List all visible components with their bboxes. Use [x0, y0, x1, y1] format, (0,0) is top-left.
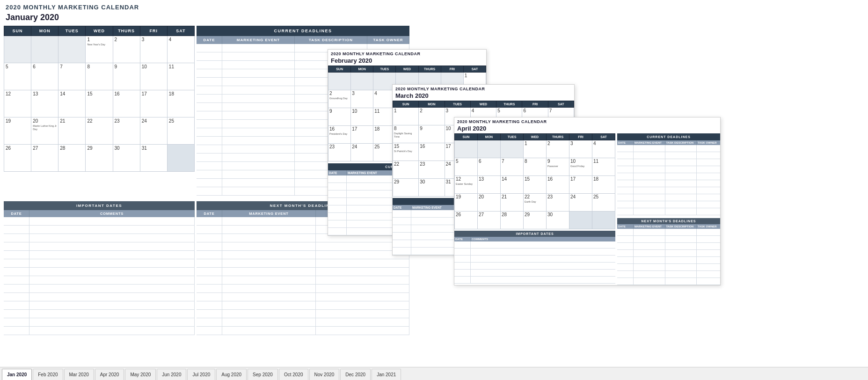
calendar-cell[interactable]: 13 [478, 176, 501, 194]
sheet-tab[interactable]: Oct 2020 [279, 369, 308, 380]
table-row[interactable] [4, 226, 195, 234]
table-row[interactable] [617, 236, 720, 243]
calendar-cell[interactable]: 30 [547, 212, 569, 229]
calendar-cell[interactable]: 16President's Day [328, 126, 351, 144]
calendar-cell[interactable] [4, 36, 31, 63]
table-row[interactable] [617, 166, 720, 173]
table-row[interactable] [4, 242, 195, 251]
calendar-cell[interactable] [592, 212, 615, 229]
calendar-cell[interactable]: 28 [58, 145, 86, 172]
table-row[interactable] [4, 268, 195, 276]
calendar-cell[interactable]: 3 [569, 140, 592, 158]
sheet-tab[interactable]: May 2020 [125, 369, 156, 380]
calendar-cell[interactable]: 26 [4, 145, 31, 172]
calendar-cell[interactable]: 1 [524, 140, 547, 158]
calendar-cell[interactable]: 26 [455, 212, 478, 229]
calendar-cell[interactable]: 9 [113, 63, 140, 90]
calendar-cell[interactable]: 20Martin Luther King Jr Day [31, 117, 58, 145]
calendar-cell[interactable]: 19 [455, 194, 478, 212]
table-row[interactable] [4, 293, 195, 301]
sheet-tab[interactable]: Jul 2020 [187, 369, 215, 380]
calendar-cell[interactable]: 5 [4, 63, 31, 90]
table-row[interactable] [4, 301, 195, 310]
calendar-cell[interactable]: 14 [501, 176, 524, 194]
calendar-cell[interactable]: 6 [31, 63, 58, 90]
calendar-cell[interactable] [58, 36, 86, 63]
calendar-cell[interactable]: 29 [393, 179, 419, 197]
table-row[interactable] [197, 251, 409, 259]
table-row[interactable] [617, 229, 720, 236]
sheet-tab[interactable]: Jan 2020 [2, 369, 32, 380]
calendar-cell[interactable]: 2 [547, 140, 569, 158]
calendar-cell[interactable]: 11 [592, 158, 615, 176]
calendar-cell[interactable]: 15St Patrick's Day [393, 143, 419, 161]
calendar-cell[interactable]: 16 [547, 176, 569, 194]
calendar-cell[interactable]: 23 [547, 194, 569, 212]
calendar-cell[interactable]: 28 [501, 212, 524, 229]
table-row[interactable] [197, 327, 409, 335]
calendar-cell[interactable]: 19 [4, 117, 31, 145]
calendar-cell[interactable]: 27 [478, 212, 501, 229]
table-row[interactable] [617, 152, 720, 159]
table-row[interactable] [617, 243, 720, 250]
calendar-cell[interactable]: 2Groundhog Day [328, 90, 351, 108]
calendar-cell[interactable]: 21 [58, 117, 86, 145]
calendar-cell[interactable]: 24 [569, 194, 592, 212]
calendar-cell[interactable]: 22 [393, 161, 419, 179]
sheet-tab[interactable]: Mar 2020 [64, 369, 94, 380]
calendar-cell[interactable]: 3 [351, 90, 373, 108]
table-row[interactable] [617, 173, 720, 180]
table-row[interactable] [4, 234, 195, 242]
table-row[interactable] [197, 293, 409, 301]
calendar-cell[interactable]: 20 [478, 194, 501, 212]
table-row[interactable] [4, 259, 195, 268]
table-row[interactable] [197, 301, 409, 310]
table-row[interactable] [617, 194, 720, 201]
calendar-cell[interactable]: 8Daylight Saving Time [393, 125, 419, 143]
table-row[interactable] [4, 217, 195, 226]
calendar-cell[interactable]: 18 [592, 176, 615, 194]
table-row[interactable] [617, 145, 720, 152]
calendar-cell[interactable]: 18 [167, 90, 194, 117]
calendar-cell[interactable]: 2 [113, 36, 140, 63]
calendar-cell[interactable]: 30 [113, 145, 140, 172]
table-row[interactable] [197, 242, 409, 251]
table-row[interactable] [454, 241, 615, 248]
table-row[interactable] [197, 268, 409, 276]
calendar-cell[interactable]: 3 [140, 36, 167, 63]
table-row[interactable] [4, 318, 195, 327]
calendar-cell[interactable]: 9 [419, 125, 445, 143]
calendar-cell[interactable]: 12 [4, 90, 31, 117]
calendar-cell[interactable]: 10Good Friday [569, 158, 592, 176]
calendar-cell[interactable]: 17 [140, 90, 167, 117]
calendar-cell[interactable] [501, 140, 524, 158]
calendar-cell[interactable]: 30 [419, 179, 445, 197]
sheet-tab[interactable]: Jan 2021 [372, 369, 401, 380]
sheet-tab[interactable]: Sep 2020 [248, 369, 278, 380]
calendar-cell[interactable]: 9 [328, 108, 351, 126]
calendar-cell[interactable]: 17 [351, 126, 373, 144]
calendar-cell[interactable]: 4 [592, 140, 615, 158]
calendar-cell[interactable]: 15 [86, 90, 113, 117]
calendar-cell[interactable]: 22 [86, 117, 113, 145]
calendar-cell[interactable]: 8 [524, 158, 547, 176]
calendar-cell[interactable]: 6 [478, 158, 501, 176]
calendar-cell[interactable] [478, 140, 501, 158]
calendar-cell[interactable]: 22Earth Day [524, 194, 547, 212]
table-row[interactable] [454, 256, 615, 263]
sheet-tab[interactable]: Feb 2020 [33, 369, 63, 380]
sheet-tab[interactable]: Apr 2020 [95, 369, 124, 380]
table-row[interactable] [4, 276, 195, 285]
calendar-cell[interactable]: 21 [501, 194, 524, 212]
table-row[interactable] [617, 271, 720, 278]
calendar-cell[interactable]: 12Easter Sunday [455, 176, 478, 194]
calendar-cell[interactable]: 8 [86, 63, 113, 90]
calendar-cell[interactable]: 17 [569, 176, 592, 194]
calendar-cell[interactable]: 5 [455, 158, 478, 176]
calendar-cell[interactable] [31, 36, 58, 63]
calendar-cell[interactable]: 25 [167, 117, 194, 145]
table-row[interactable] [617, 180, 720, 187]
calendar-cell[interactable] [351, 73, 373, 90]
table-row[interactable] [454, 270, 615, 277]
calendar-cell[interactable]: 29 [524, 212, 547, 229]
